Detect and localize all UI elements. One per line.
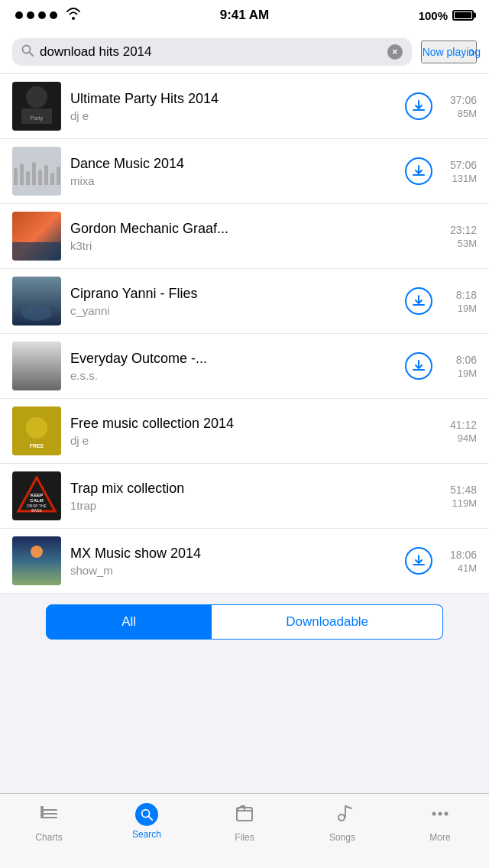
clear-search-button[interactable]: × xyxy=(387,44,403,60)
track-thumbnail xyxy=(12,277,61,326)
svg-point-32 xyxy=(432,812,436,816)
svg-rect-27 xyxy=(40,814,44,817)
signal-indicators xyxy=(15,8,81,23)
tab-search-label: Search xyxy=(132,829,161,840)
track-info: Ultimate Party Hits 2014 dj e xyxy=(70,91,396,122)
track-item[interactable]: Ciprano Yanni - Flies c_yanni 8:18 19M xyxy=(0,269,489,334)
signal-dot xyxy=(15,11,23,19)
track-duration: 51:48 xyxy=(439,484,477,496)
track-item[interactable]: Party Ultimate Party Hits 2014 dj e 37:0… xyxy=(0,74,489,139)
track-title: Ultimate Party Hits 2014 xyxy=(70,91,396,107)
track-size: 119M xyxy=(439,497,477,509)
track-meta: 51:48 119M xyxy=(439,484,477,509)
track-title: Trap mix collection xyxy=(70,481,429,497)
tab-files-label: Files xyxy=(235,832,254,843)
tab-files[interactable]: Files xyxy=(196,800,293,843)
track-size: 53M xyxy=(439,238,477,249)
track-info: Free music collection 2014 dj e xyxy=(70,416,429,447)
track-size: 19M xyxy=(439,368,477,379)
track-title: Dance Music 2014 xyxy=(70,156,396,172)
download-button[interactable] xyxy=(405,352,432,380)
download-button[interactable] xyxy=(405,287,432,315)
track-size: 131M xyxy=(439,173,477,184)
track-size: 19M xyxy=(439,303,477,314)
track-item[interactable]: Everyday Outcome -... e.s.s. 8:06 19M xyxy=(0,334,489,399)
signal-dot xyxy=(38,11,46,19)
track-item[interactable]: Gordon Mechanic Graaf... k3tri 23:12 53M xyxy=(0,204,489,269)
track-artist: dj e xyxy=(70,109,396,122)
filter-all-button[interactable]: All xyxy=(46,604,212,640)
now-playing-button[interactable]: Now playing › xyxy=(421,40,477,63)
track-title: Everyday Outcome -... xyxy=(70,351,396,367)
track-meta: 41:12 94M xyxy=(439,419,477,444)
svg-line-1 xyxy=(30,53,34,57)
track-duration: 57:06 xyxy=(439,159,477,171)
track-artist: e.s.s. xyxy=(70,369,396,382)
track-size: 94M xyxy=(439,432,477,444)
download-button[interactable] xyxy=(405,547,432,575)
svg-rect-26 xyxy=(40,810,44,813)
track-size: 85M xyxy=(439,108,477,119)
svg-rect-25 xyxy=(40,806,44,809)
filter-downloadable-button[interactable]: Downloadable xyxy=(212,604,443,640)
track-item[interactable]: KEEPCALMDROP THEBASS Trap mix collection… xyxy=(0,464,489,529)
svg-rect-24 xyxy=(40,817,57,818)
status-time: 9:41 AM xyxy=(220,8,270,23)
svg-text:Party: Party xyxy=(31,115,44,121)
track-title: Gordon Mechanic Graaf... xyxy=(70,221,429,237)
now-playing-label: Now playing xyxy=(423,46,468,59)
tab-more[interactable]: More xyxy=(391,800,489,843)
track-item[interactable]: Dance Music 2014 mixa 57:06 131M xyxy=(0,139,489,204)
track-item[interactable]: MX Music show 2014 show_m 18:06 41M xyxy=(0,529,489,594)
svg-line-29 xyxy=(148,816,152,820)
tab-bar: Charts Search Files xyxy=(0,793,489,868)
tab-songs-label: Songs xyxy=(329,832,355,843)
svg-rect-10 xyxy=(12,342,61,390)
track-artist: k3tri xyxy=(70,239,429,252)
svg-point-33 xyxy=(439,812,442,816)
svg-point-31 xyxy=(338,815,345,821)
track-thumbnail: Party xyxy=(12,82,61,131)
track-size: 41M xyxy=(439,562,477,574)
track-info: MX Music show 2014 show_m xyxy=(70,546,396,577)
track-actions: 23:12 53M xyxy=(439,224,477,249)
track-artist: mixa xyxy=(70,174,396,187)
track-info: Trap mix collection 1trap xyxy=(70,481,429,512)
track-duration: 41:12 xyxy=(439,419,477,431)
download-button[interactable] xyxy=(405,157,432,185)
battery-indicator: 100% xyxy=(419,9,474,22)
filter-bar: All Downloadable xyxy=(0,594,489,650)
track-list: Party Ultimate Party Hits 2014 dj e 37:0… xyxy=(0,74,489,594)
track-thumbnail xyxy=(12,536,61,585)
svg-point-34 xyxy=(445,812,449,816)
download-button[interactable] xyxy=(405,92,432,120)
tab-search[interactable]: Search xyxy=(98,800,196,840)
track-thumbnail: FREE xyxy=(12,406,61,455)
track-artist: 1trap xyxy=(70,499,429,512)
track-meta: 8:06 19M xyxy=(439,354,477,379)
track-meta: 23:12 53M xyxy=(439,224,477,249)
track-item[interactable]: FREE Free music collection 2014 dj e 41:… xyxy=(0,399,489,464)
track-duration: 8:06 xyxy=(439,354,477,366)
svg-point-21 xyxy=(31,546,43,558)
tab-charts[interactable]: Charts xyxy=(0,800,98,843)
track-actions: 51:48 119M xyxy=(439,484,477,509)
svg-rect-7 xyxy=(12,242,61,261)
track-thumbnail: KEEPCALMDROP THEBASS xyxy=(12,471,61,520)
search-input-container[interactable]: download hits 2014 × xyxy=(12,38,412,66)
search-bar: download hits 2014 × Now playing › xyxy=(0,31,489,74)
track-title: MX Music show 2014 xyxy=(70,546,396,562)
svg-point-3 xyxy=(26,86,47,108)
tab-songs[interactable]: Songs xyxy=(293,800,391,843)
svg-text:CALM: CALM xyxy=(30,498,43,503)
more-icon xyxy=(429,803,451,829)
search-input[interactable]: download hits 2014 xyxy=(40,44,381,60)
search-icon xyxy=(21,44,34,60)
signal-dot xyxy=(50,11,57,19)
svg-text:FREE: FREE xyxy=(30,443,44,449)
track-meta: 8:18 19M xyxy=(439,289,477,314)
track-thumbnail xyxy=(12,212,61,261)
battery-icon xyxy=(452,10,474,21)
track-artist: show_m xyxy=(70,564,396,577)
track-title: Ciprano Yanni - Flies xyxy=(70,286,396,302)
